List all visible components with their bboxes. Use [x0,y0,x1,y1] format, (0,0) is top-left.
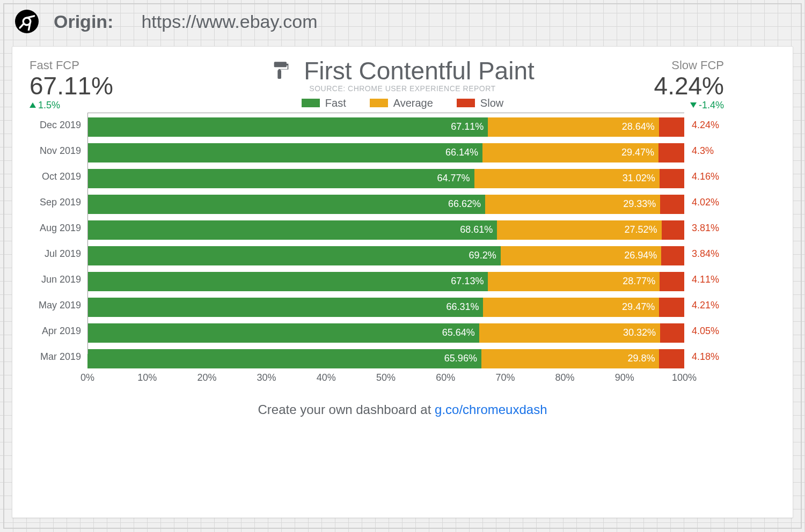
fast-fcp-delta: 1.5% [30,100,113,111]
x-tick: 90% [615,372,634,383]
slow-value-label: 4.18% [684,351,730,363]
bar-segment-avg: 31.02% [474,169,660,188]
bar-segment-fast: 66.31% [87,298,483,317]
chart-row: Oct 201964.77%31.02%4.16% [27,164,778,190]
x-tick: 100% [672,372,697,383]
legend-slow-label: Slow [480,97,503,109]
bar-segment-slow [658,143,684,162]
x-tick: 80% [555,372,575,383]
header: Origin: https://www.ebay.com [4,4,801,46]
bar-track: 66.31%29.47% [87,298,684,317]
x-tick: 70% [495,372,515,383]
y-category-label: Aug 2019 [27,223,87,234]
y-axis-line [87,113,88,354]
slow-value-label: 4.02% [684,197,730,208]
bar-segment-slow [659,117,684,137]
origin-url: https://www.ebay.com [141,11,317,32]
slow-value-label: 4.21% [684,300,730,311]
y-category-label: Nov 2019 [27,145,87,157]
x-tick: 20% [197,372,216,383]
slow-value-label: 4.24% [684,120,730,131]
y-category-label: Dec 2019 [27,120,87,131]
legend-avg-swatch [370,99,388,107]
bar-segment-fast: 67.11% [87,117,488,137]
fast-fcp-value: 67.11% [30,72,113,100]
chart-row: Apr 201965.64%30.32%4.05% [27,319,778,344]
x-axis-line [87,113,684,113]
x-tick: 10% [137,372,157,383]
slow-fcp-stat: Slow FCP 4.24% -1.4% [654,58,724,111]
bar-segment-fast: 66.62% [87,195,485,214]
y-category-label: Mar 2019 [27,351,87,363]
dashboard-frame: Origin: https://www.ebay.com First Conte… [3,3,802,529]
bar-segment-avg: 28.77% [488,272,660,291]
chart-row: Nov 201966.14%29.47%4.3% [27,138,778,164]
legend-slow: Slow [457,97,503,109]
slow-value-label: 4.11% [684,274,730,285]
paint-roller-icon [270,60,292,82]
bar-segment-fast: 65.64% [87,323,479,343]
x-tick: 60% [436,372,455,383]
y-category-label: Sep 2019 [27,197,87,208]
fast-fcp-stat: Fast FCP 67.11% 1.5% [30,58,113,111]
bar-track: 64.77%31.02% [87,169,684,188]
chart-row: Jul 201969.2%26.94%3.84% [27,241,778,267]
y-category-label: Jul 2019 [27,248,87,260]
bar-track: 69.2%26.94% [87,246,684,265]
x-tick: 40% [317,372,336,383]
bar-segment-fast: 67.13% [87,272,488,291]
chart-row: Sep 201966.62%29.33%4.02% [27,190,778,216]
stacked-bar-chart: Dec 201967.11%28.64%4.24%Nov 201966.14%2… [27,113,778,388]
bar-segment-fast: 66.14% [87,143,482,162]
chart-row: May 201966.31%29.47%4.21% [27,293,778,319]
chart-title: First Contentful Paint [304,56,535,85]
chart-row: Dec 201967.11%28.64%4.24% [27,113,778,138]
fast-fcp-delta-value: 1.5% [38,100,60,111]
bar-track: 65.96%29.8% [87,349,684,368]
slow-fcp-label: Slow FCP [654,58,724,72]
slow-fcp-value: 4.24% [654,72,724,100]
bar-segment-slow [660,272,684,291]
arrow-up-icon [30,102,36,108]
footer-link[interactable]: g.co/chromeuxdash [435,402,547,417]
fcp-card: First Contentful Paint SOURCE: CHROME US… [12,46,793,518]
bar-track: 68.61%27.52% [87,220,684,240]
bar-segment-fast: 65.96% [87,349,481,368]
fast-fcp-label: Fast FCP [30,58,113,72]
bar-segment-fast: 69.2% [87,246,501,265]
bar-segment-slow [662,220,684,240]
bar-track: 65.64%30.32% [87,323,684,343]
bar-track: 66.14%29.47% [87,143,684,162]
legend-fast-swatch [302,99,320,107]
bar-segment-avg: 29.47% [483,298,659,317]
legend-avg-label: Average [393,97,433,109]
bar-segment-slow [659,298,684,317]
legend-fast: Fast [302,97,346,109]
slow-value-label: 4.05% [684,326,730,337]
chart-row: Mar 201965.96%29.8%4.18% [27,344,778,370]
bar-segment-slow [660,323,684,343]
x-tick: 50% [376,372,396,383]
bar-segment-slow [660,195,684,214]
chart-row: Aug 201968.61%27.52%3.81% [27,216,778,241]
y-category-label: May 2019 [27,300,87,311]
bar-segment-slow [661,246,684,265]
bar-segment-avg: 29.47% [482,143,658,162]
footer-text: Create your own dashboard at [258,402,435,417]
x-tick: 0% [80,372,94,383]
slow-value-label: 3.81% [684,223,730,234]
bar-segment-slow [660,169,684,188]
bar-track: 67.13%28.77% [87,272,684,291]
bar-track: 66.62%29.33% [87,195,684,214]
x-axis: 0%10%20%30%40%50%60%70%80%90%100% [87,372,684,388]
bar-segment-avg: 28.64% [488,117,659,137]
y-category-label: Apr 2019 [27,326,87,337]
legend-slow-swatch [457,99,475,107]
slow-value-label: 4.16% [684,171,730,182]
bar-segment-fast: 68.61% [87,220,497,240]
chart-row: Jun 201967.13%28.77%4.11% [27,267,778,293]
bar-segment-avg: 26.94% [501,246,662,265]
slow-fcp-delta: -1.4% [654,100,724,111]
y-category-label: Oct 2019 [27,171,87,182]
arrow-down-icon [690,102,697,108]
